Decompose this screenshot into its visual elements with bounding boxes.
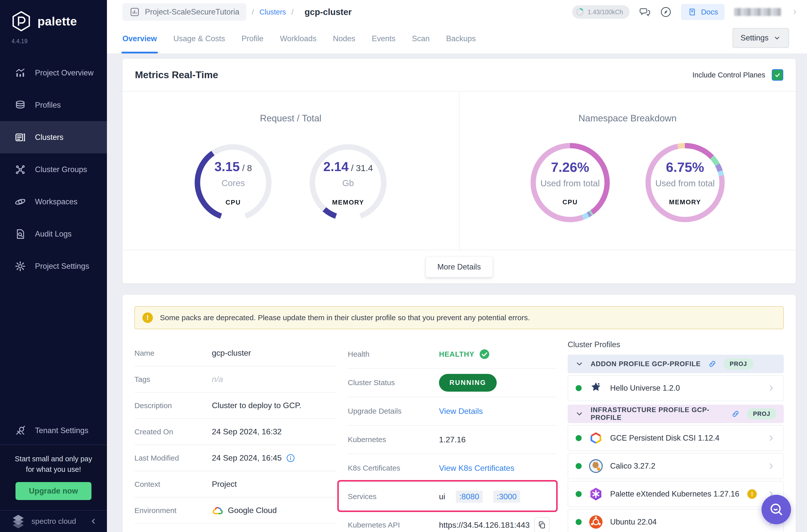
gce-disk-icon	[589, 431, 603, 445]
tab-overview[interactable]: Overview	[123, 24, 157, 54]
detail-label: Health	[348, 350, 439, 358]
info-icon[interactable]	[286, 454, 295, 462]
orbit-icon	[15, 196, 26, 208]
details-grid: Namegcp-clusterTagsn/aDescriptionCluster…	[134, 340, 784, 532]
service-port-link[interactable]: :8080	[456, 491, 483, 503]
sidebar-item-profiles[interactable]: Profiles	[0, 89, 107, 121]
gear-icon	[15, 261, 26, 272]
detail-label: Services	[348, 492, 439, 501]
detail-left-row-cloud-account: Cloud Accountspectro-cloud-dynamic	[134, 524, 337, 532]
sidebar-item-workspaces[interactable]: Workspaces	[0, 186, 107, 218]
palette-logo-icon	[11, 11, 32, 32]
tab-workloads[interactable]: Workloads	[280, 24, 317, 54]
sidebar-item-label: Audit Logs	[35, 230, 72, 239]
breadcrumb-separator: /	[292, 8, 294, 16]
include-control-planes-label: Include Control Planes	[692, 71, 765, 79]
copy-button[interactable]	[534, 517, 550, 532]
upgrade-now-button[interactable]: Upgrade now	[16, 482, 91, 500]
details-middle-column: HealthHEALTHYCluster StatusRUNNINGUpgrad…	[348, 340, 557, 532]
cluster-settings-button[interactable]: Settings	[733, 28, 789, 48]
donut-percentage: 6.75%	[666, 159, 704, 175]
explore-button[interactable]	[660, 6, 672, 18]
detail-mid-row-upgrade-details: Upgrade DetailsView Details	[348, 397, 557, 425]
sidebar: palette 4.4.19 Project OverviewProfilesC…	[0, 0, 107, 532]
tools-icon	[15, 425, 26, 436]
assistant-search-fab[interactable]	[762, 495, 791, 524]
detail-mid-row-services: Servicesui:8080:3000	[348, 482, 557, 511]
pack-status-dot	[576, 435, 582, 441]
palette-cluster-overview-page: palette 4.4.19 Project OverviewProfilesC…	[0, 0, 807, 532]
detail-value: View K8s Certificates	[439, 463, 514, 473]
magnifier-smile-icon	[768, 501, 784, 517]
pack-row-calico[interactable]: Calico 3.27.2	[568, 453, 784, 479]
usage-mini-gauge-icon	[576, 8, 584, 16]
detail-value: Project	[212, 479, 237, 489]
settings-label: Settings	[740, 34, 769, 42]
hello-universe-icon	[589, 381, 603, 395]
sidebar-collapse-button[interactable]	[89, 517, 98, 526]
detail-label: Upgrade Details	[348, 407, 439, 415]
sidebar-item-label: Project Overview	[35, 69, 93, 77]
server-icon	[15, 132, 26, 143]
cluster-status-pill[interactable]: RUNNING	[439, 374, 497, 392]
usage-quota-pill[interactable]: 1.43/100kCh	[572, 5, 630, 19]
include-control-planes-checkbox[interactable]	[772, 69, 783, 81]
chevron-right-icon	[767, 434, 776, 442]
username-redacted[interactable]	[734, 8, 782, 16]
tab-usage-costs[interactable]: Usage & Costs	[173, 24, 225, 54]
pack-row-hello-universe[interactable]: Hello Universe 1.2.0	[568, 375, 784, 401]
ubuntu-icon	[589, 515, 603, 529]
chevron-down-icon	[575, 410, 584, 418]
tab-scan[interactable]: Scan	[412, 24, 430, 54]
profile-group-header[interactable]: INFRASTRUCTURE PROFILE GCP-PROFILEPROJ	[568, 405, 784, 423]
pack-row-gce-disk[interactable]: GCE Persistent Disk CSI 1.12.4	[568, 425, 784, 451]
health-status: HEALTHY	[439, 349, 490, 360]
detail-mid-row-k8s-certificates: K8s CertificatesView K8s Certificates	[348, 454, 557, 482]
upgrade-promo: Start small and only pay for what you us…	[0, 444, 107, 510]
tab-profile[interactable]: Profile	[242, 24, 264, 54]
calico-icon	[589, 459, 603, 473]
more-details-button[interactable]: More Details	[426, 257, 493, 277]
tab-bar: OverviewUsage & CostsProfileWorkloadsNod…	[107, 24, 807, 54]
sidebar-item-project-overview[interactable]: Project Overview	[0, 57, 107, 89]
sidebar-item-label: Clusters	[35, 133, 63, 142]
sidebar-footer: spectro cloud	[0, 510, 107, 532]
detail-value: Google Cloud	[212, 505, 277, 516]
sidebar-item-clusters[interactable]: Clusters	[0, 121, 107, 153]
pack-row-ubuntu[interactable]: Ubuntu 22.04	[568, 509, 784, 532]
user-menu-caret[interactable]	[791, 8, 799, 16]
sidebar-item-label: Cluster Groups	[35, 165, 87, 174]
breadcrumb-project-chip[interactable]: Project-ScaleSecureTutoria	[123, 3, 246, 21]
detail-mid-row-kubernetes-api: Kubernetes APIhttps://34.54.126.181:443	[348, 511, 557, 532]
breadcrumb-current-cluster: gcp-cluster	[304, 7, 352, 17]
profile-group-header[interactable]: ADDON PROFILE GCP-PROFILEPROJ	[568, 355, 784, 373]
logo-text: palette	[37, 15, 77, 28]
detail-left-row-created-on: Created On24 Sep 2024, 16:32	[134, 419, 337, 445]
sidebar-item-project-settings[interactable]: Project Settings	[0, 250, 107, 282]
check-circle-icon	[479, 349, 490, 360]
gauge-label: MEMORY	[332, 198, 364, 206]
tab-backups[interactable]: Backups	[446, 24, 476, 54]
chat-button[interactable]	[639, 6, 651, 18]
detail-link[interactable]: View Details	[439, 406, 483, 416]
pack-name: GCE Persistent Disk CSI 1.12.4	[610, 434, 719, 442]
docs-button[interactable]: Docs	[681, 4, 725, 20]
tab-events[interactable]: Events	[372, 24, 395, 54]
link-icon[interactable]	[731, 410, 740, 418]
content-area: Metrics Real-Time Include Control Planes…	[107, 54, 807, 532]
detail-link[interactable]: View K8s Certificates	[439, 463, 514, 473]
link-icon[interactable]	[708, 359, 717, 368]
pack-name: Hello Universe 1.2.0	[610, 384, 680, 393]
service-port-link[interactable]: :3000	[493, 491, 520, 503]
tab-nodes[interactable]: Nodes	[333, 24, 355, 54]
breadcrumb-clusters-link[interactable]: Clusters	[259, 8, 286, 16]
detail-left-row-context: ContextProject	[134, 471, 337, 497]
sidebar-item-audit-logs[interactable]: Audit Logs	[0, 218, 107, 250]
sidebar-item-cluster-groups[interactable]: Cluster Groups	[0, 153, 107, 186]
pack-status-dot	[576, 519, 582, 525]
pack-row-pxk[interactable]: Palette eXtended Kubernetes 1.27.16!	[568, 481, 784, 507]
profile-group-title: INFRASTRUCTURE PROFILE GCP-PROFILE	[590, 406, 724, 422]
sidebar-item-tenant-settings[interactable]: Tenant Settings	[0, 417, 107, 444]
detail-left-row-tags: Tagsn/a	[134, 366, 337, 393]
detail-value: n/a	[212, 375, 223, 384]
